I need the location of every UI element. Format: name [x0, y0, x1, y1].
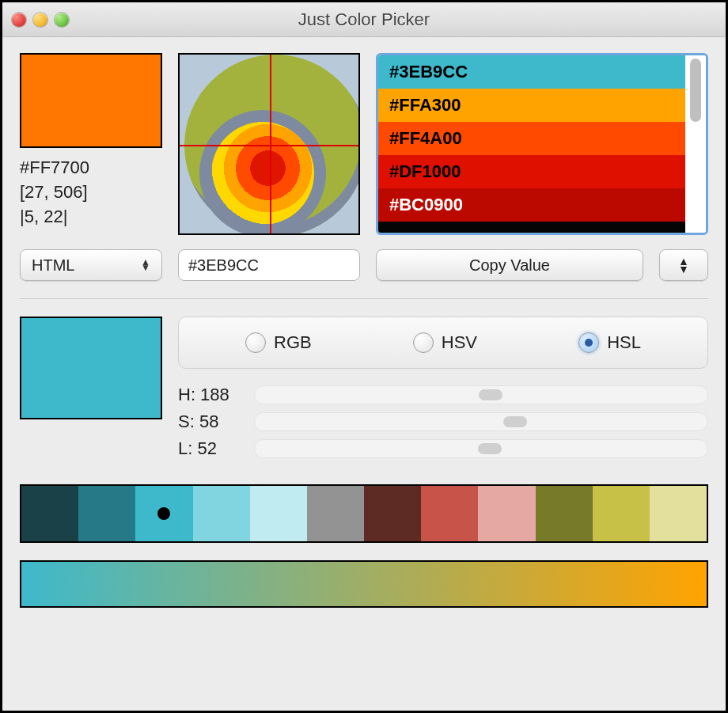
magnifier-preview — [178, 53, 360, 235]
chevron-updown-icon: ▲▼ — [678, 257, 689, 273]
color-mode-group: RGBHSVHSL — [178, 317, 708, 369]
color-history-item[interactable]: #3EB9CC — [378, 55, 685, 89]
radio-icon — [245, 332, 266, 353]
color-history-item[interactable]: #FFA300 — [378, 89, 685, 122]
copy-value-label: Copy Value — [469, 256, 550, 275]
format-select-value: HTML — [32, 256, 74, 275]
color-history-item[interactable]: #BC0900 — [378, 188, 685, 222]
color-history-item[interactable] — [378, 222, 685, 233]
format-select[interactable]: HTML ▲▼ — [20, 249, 162, 281]
window-title: Just Color Picker — [2, 9, 726, 30]
s-slider-label: S: 58 — [178, 411, 241, 432]
h-slider-label: H: 188 — [178, 385, 241, 405]
chevron-updown-icon: ▲▼ — [141, 260, 150, 271]
palette-swatch[interactable] — [78, 486, 135, 541]
mode-radio-hsl[interactable]: HSL — [578, 332, 641, 353]
mode-radio-rgb[interactable]: RGB — [245, 332, 312, 353]
l-slider-thumb[interactable] — [478, 443, 502, 454]
color-history-item[interactable]: #DF1000 — [378, 155, 685, 188]
palette-strip — [20, 484, 708, 543]
palette-swatch[interactable] — [135, 486, 192, 541]
active-indicator-icon — [157, 507, 170, 520]
mode-radio-hsv[interactable]: HSV — [413, 332, 477, 353]
history-stepper[interactable]: ▲▼ — [659, 249, 708, 281]
minimize-icon[interactable] — [33, 13, 47, 27]
current-hex-label: #FF7700 — [20, 156, 162, 180]
palette-swatch[interactable] — [21, 486, 78, 541]
color-history-list[interactable]: #3EB9CC#FFA300#FF4A00#DF1000#BC0900 — [376, 53, 708, 235]
crosshair-icon — [270, 55, 271, 233]
scrollbar[interactable] — [685, 55, 706, 233]
adjust-color-swatch — [20, 317, 162, 419]
h-slider[interactable] — [254, 385, 708, 404]
current-color-swatch — [20, 53, 162, 148]
palette-swatch[interactable] — [650, 486, 707, 541]
titlebar: Just Color Picker — [2, 2, 726, 37]
palette-swatch[interactable] — [250, 486, 307, 541]
scrollbar-thumb[interactable] — [690, 59, 701, 122]
current-color-meta: #FF7700 [27, 506] |5, 22| — [20, 156, 162, 229]
l-slider[interactable] — [254, 439, 708, 458]
palette-swatch[interactable] — [536, 486, 593, 541]
palette-swatch[interactable] — [307, 486, 364, 541]
divider — [20, 298, 708, 299]
cursor-delta-label: |5, 22| — [20, 205, 162, 229]
s-slider-thumb[interactable] — [503, 416, 527, 427]
radio-icon — [413, 332, 434, 353]
close-icon[interactable] — [12, 13, 26, 27]
radio-icon — [578, 332, 599, 353]
palette-swatch[interactable] — [364, 486, 421, 541]
cursor-coords-label: [27, 506] — [20, 180, 162, 205]
palette-swatch[interactable] — [478, 486, 535, 541]
zoom-icon[interactable] — [55, 13, 69, 27]
color-history-item[interactable]: #FF4A00 — [378, 122, 685, 155]
palette-swatch[interactable] — [593, 486, 650, 541]
mode-radio-label: RGB — [274, 332, 312, 353]
mode-radio-label: HSL — [607, 332, 641, 353]
s-slider[interactable] — [254, 412, 708, 431]
palette-swatch[interactable] — [193, 486, 250, 541]
window-controls — [12, 13, 69, 27]
mode-radio-label: HSV — [442, 332, 477, 353]
gradient-bar — [20, 560, 708, 608]
crosshair-icon — [180, 145, 358, 146]
l-slider-label: L: 52 — [178, 438, 241, 459]
copy-value-button[interactable]: Copy Value — [376, 249, 643, 281]
h-slider-thumb[interactable] — [479, 389, 502, 400]
color-value-input[interactable] — [178, 249, 360, 281]
palette-swatch[interactable] — [421, 486, 478, 541]
